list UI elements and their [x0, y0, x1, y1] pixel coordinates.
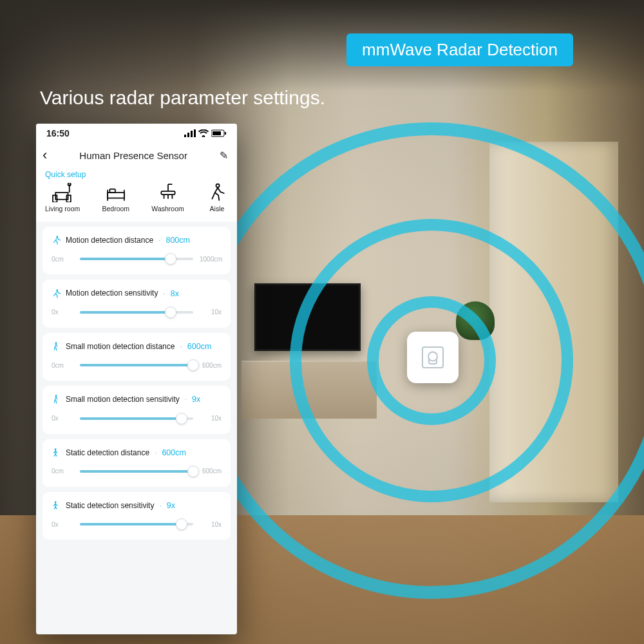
slider-row: 0x 10x — [52, 413, 222, 424]
quick-setup-section: Quick setup Living room Bedroom Washroom… — [36, 167, 237, 222]
wifi-icon — [198, 129, 209, 137]
slider-thumb[interactable] — [165, 253, 176, 265]
status-icons — [184, 129, 227, 137]
separator-dot: · — [158, 236, 160, 245]
svg-rect-6 — [225, 132, 226, 135]
slider-card-3: Small motion detection sensitivity · 9x … — [43, 386, 231, 433]
quick-setup-rooms: Living room Bedroom Washroom Aisle — [45, 183, 228, 213]
aisle-icon — [206, 183, 228, 202]
headline: Various radar parameter settings. — [40, 87, 325, 109]
walk-icon — [52, 395, 61, 404]
slider-row: 0x 10x — [52, 519, 222, 529]
battery-icon — [211, 129, 227, 137]
slider-max-label: 1000cm — [200, 256, 222, 263]
status-time: 16:50 — [46, 128, 70, 138]
slider-title: Static detection sensitivity — [66, 501, 154, 510]
room-label: Washroom — [151, 205, 184, 213]
svg-rect-2 — [191, 131, 193, 137]
slider-min-label: 0x — [52, 415, 73, 422]
slider-value: 600cm — [162, 448, 186, 457]
slider-track[interactable] — [80, 413, 193, 424]
person-icon — [422, 346, 444, 368]
slider-card-0: Motion detection distance · 800cm 0cm 10… — [43, 227, 231, 274]
slider-thumb[interactable] — [187, 359, 199, 371]
slider-min-label: 0x — [52, 521, 73, 528]
walk-icon — [52, 342, 61, 351]
slider-min-label: 0x — [52, 308, 73, 316]
slider-value: 800cm — [166, 236, 190, 245]
slider-thumb[interactable] — [176, 518, 187, 530]
slider-max-label: 10x — [200, 521, 222, 528]
slider-title: Small motion detection sensitivity — [66, 395, 180, 404]
slider-value: 9x — [192, 395, 200, 404]
stand-icon — [52, 448, 61, 457]
svg-rect-5 — [213, 131, 221, 135]
slider-thumb[interactable] — [176, 413, 187, 424]
slider-value: 9x — [167, 501, 175, 510]
separator-dot: · — [180, 342, 182, 351]
room-label: Aisle — [210, 205, 225, 213]
slider-header: Small motion detection sensitivity · 9x — [52, 395, 222, 404]
room-preset-bedroom[interactable]: Bedroom — [102, 183, 130, 213]
slider-title: Motion detection sensitivity — [66, 289, 158, 298]
slider-title: Motion detection distance — [66, 236, 153, 245]
slider-max-label: 600cm — [200, 468, 222, 475]
slider-max-label: 10x — [200, 308, 222, 316]
slider-row: 0cm 1000cm — [52, 254, 222, 264]
slider-header: Motion detection distance · 800cm — [52, 236, 222, 245]
run-icon — [52, 289, 61, 298]
slider-track[interactable] — [80, 254, 193, 264]
edit-button[interactable]: ✎ — [220, 149, 228, 162]
slider-min-label: 0cm — [52, 256, 73, 263]
app-header: ‹ Human Presence Sensor ✎ — [36, 143, 237, 167]
slider-header: Static detection sensitivity · 9x — [52, 501, 222, 510]
svg-rect-3 — [194, 129, 196, 137]
slider-track[interactable] — [80, 466, 193, 477]
phone-mockup: 16:50 ‹ Human Presence Sensor ✎ Quick se… — [36, 124, 237, 634]
room-preset-washroom[interactable]: Washroom — [151, 183, 184, 213]
slider-thumb[interactable] — [165, 307, 176, 318]
slider-title: Small motion detection distance — [66, 342, 175, 351]
back-button[interactable]: ‹ — [43, 147, 47, 164]
slider-track[interactable] — [80, 519, 193, 529]
slider-card-2: Small motion detection distance · 600cm … — [43, 333, 231, 381]
slider-row: 0x 10x — [52, 307, 222, 317]
separator-dot: · — [185, 395, 187, 404]
sensor-device — [407, 332, 459, 383]
product-badge: mmWave Radar Detection — [346, 33, 573, 66]
separator-dot: · — [155, 448, 156, 457]
slider-header: Motion detection sensitivity · 8x — [52, 289, 222, 298]
slider-min-label: 0cm — [52, 362, 73, 369]
slider-card-1: Motion detection sensitivity · 8x 0x 10x — [43, 279, 231, 327]
slider-card-4: Static detection distance · 600cm 0cm 60… — [43, 439, 231, 487]
living-icon — [52, 183, 73, 202]
slider-max-label: 10x — [200, 415, 222, 422]
slider-row: 0cm 600cm — [52, 466, 222, 477]
slider-min-label: 0cm — [52, 468, 73, 475]
room-preset-living[interactable]: Living room — [45, 183, 80, 213]
slider-row: 0cm 600cm — [52, 360, 222, 370]
slider-header: Static detection distance · 600cm — [52, 448, 222, 457]
svg-rect-1 — [187, 133, 189, 137]
separator-dot: · — [159, 501, 161, 510]
slider-track[interactable] — [80, 307, 193, 317]
signal-icon — [184, 129, 196, 137]
slider-thumb[interactable] — [187, 466, 199, 477]
run-icon — [52, 236, 61, 245]
status-bar: 16:50 — [36, 124, 237, 143]
page-title: Human Presence Sensor — [79, 150, 187, 161]
room-preset-aisle[interactable]: Aisle — [206, 183, 228, 213]
quick-setup-label: Quick setup — [45, 170, 228, 179]
stand-icon — [52, 501, 61, 510]
slider-list: Motion detection distance · 800cm 0cm 10… — [36, 222, 237, 545]
slider-title: Static detection distance — [66, 448, 149, 457]
room-label: Living room — [45, 205, 80, 213]
svg-rect-0 — [184, 135, 186, 137]
slider-value: 600cm — [187, 342, 212, 351]
slider-value: 8x — [171, 289, 179, 298]
bedroom-icon — [105, 183, 127, 202]
slider-card-5: Static detection sensitivity · 9x 0x 10x — [43, 492, 231, 540]
washroom-icon — [157, 183, 179, 202]
slider-max-label: 600cm — [200, 362, 222, 369]
slider-track[interactable] — [80, 360, 193, 370]
